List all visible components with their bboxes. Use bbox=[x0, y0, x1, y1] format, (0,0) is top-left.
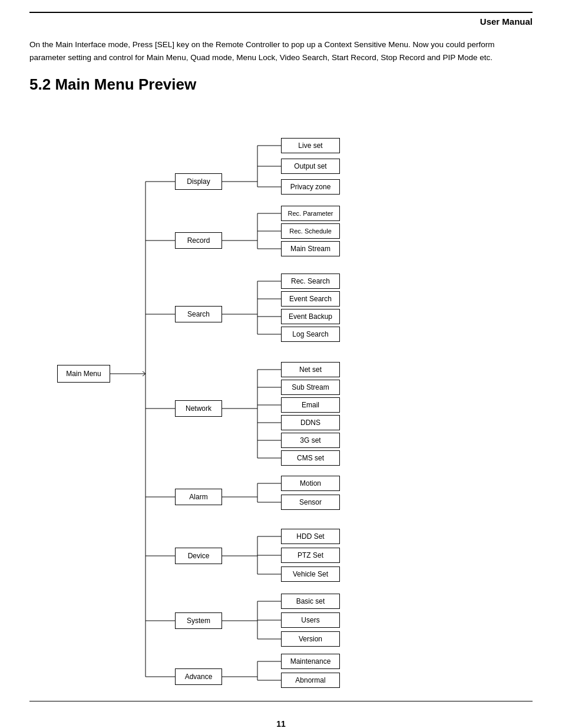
tree-diagram: Main Menu Display Record Search Network … bbox=[57, 106, 505, 695]
box-abnormal: Abnormal bbox=[281, 673, 340, 688]
box-recsearch: Rec. Search bbox=[281, 274, 340, 289]
page-header: User Manual bbox=[29, 12, 533, 27]
box-search: Search bbox=[175, 306, 222, 322]
box-basicset: Basic set bbox=[281, 594, 340, 609]
box-version: Version bbox=[281, 631, 340, 647]
box-outputset: Output set bbox=[281, 159, 340, 174]
box-display: Display bbox=[175, 173, 222, 190]
box-liveset: Live set bbox=[281, 138, 340, 153]
box-sensor: Sensor bbox=[281, 495, 340, 510]
intro-paragraph: On the Main Interface mode, Press [SEL] … bbox=[29, 38, 533, 64]
header-title: User Manual bbox=[480, 17, 533, 27]
box-device: Device bbox=[175, 548, 222, 564]
box-cmsset: CMS set bbox=[281, 450, 340, 466]
page-number: 11 bbox=[29, 719, 533, 728]
box-record: Record bbox=[175, 232, 222, 249]
box-logsearch: Log Search bbox=[281, 327, 340, 342]
box-3gset: 3G set bbox=[281, 433, 340, 448]
box-maintenance: Maintenance bbox=[281, 654, 340, 669]
bottom-line bbox=[29, 701, 533, 701]
box-netset: Net set bbox=[281, 362, 340, 377]
box-ddns: DDNS bbox=[281, 415, 340, 430]
box-mainstream: Main Stream bbox=[281, 241, 340, 256]
box-network: Network bbox=[175, 400, 222, 417]
section-title: 5.2 Main Menu Preview bbox=[29, 75, 533, 94]
box-users: Users bbox=[281, 612, 340, 628]
box-recparam: Rec. Parameter bbox=[281, 206, 340, 221]
box-recsched: Rec. Schedule bbox=[281, 223, 340, 239]
box-eventsearch: Event Search bbox=[281, 291, 340, 307]
box-advance: Advance bbox=[175, 668, 222, 685]
box-hddset: HDD Set bbox=[281, 529, 340, 544]
box-eventbackup: Event Backup bbox=[281, 309, 340, 324]
box-email: Email bbox=[281, 397, 340, 413]
box-substream: Sub Stream bbox=[281, 380, 340, 395]
box-system: System bbox=[175, 612, 222, 629]
box-motion: Motion bbox=[281, 476, 340, 491]
box-alarm: Alarm bbox=[175, 489, 222, 505]
box-main-menu: Main Menu bbox=[57, 365, 110, 383]
box-vehicleset: Vehicle Set bbox=[281, 566, 340, 582]
box-ptzset: PTZ Set bbox=[281, 548, 340, 563]
box-privacyzone: Privacy zone bbox=[281, 179, 340, 195]
